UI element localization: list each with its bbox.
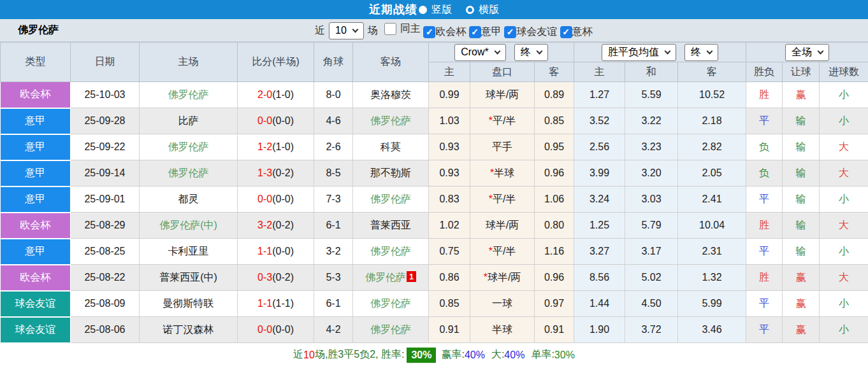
handicap-cell: 球半/两 [470, 82, 535, 108]
away-team: 佛罗伦萨 [370, 324, 411, 335]
handicap-result-cell: 输 [783, 239, 820, 265]
table-row: 意甲 25-08-25 卡利亚里 1-1(0-0) 3-2 佛罗伦萨 0.75 … [1, 239, 868, 265]
score-full: 0-0 [257, 324, 272, 335]
checkbox-icon[interactable]: ✓ [560, 26, 572, 38]
result-cell: 负 [746, 160, 783, 187]
score-half: (1-1) [272, 298, 294, 309]
chevron-down-icon [536, 48, 542, 55]
league-cell: 意甲 [1, 239, 71, 265]
odds-home-cell: 1.02 [429, 213, 470, 239]
layout-radio-horizontal[interactable]: 横版 [452, 3, 499, 17]
result-cell: 胜 [746, 265, 783, 291]
league-label: 欧会杯 [20, 88, 50, 99]
subheader-handicap-result: 让球 [783, 62, 820, 82]
league-label: 球会友谊 [15, 298, 55, 309]
corners-cell: 3-2 [314, 239, 353, 265]
subheader-europe-draw: 和 [625, 62, 678, 82]
europe-source-value: 胜平负均值 [608, 46, 659, 59]
away-cell: 那不勒斯 [353, 160, 429, 187]
odds-home-cell: 0.91 [429, 317, 470, 343]
away-cell: 佛罗伦萨1 [353, 265, 429, 291]
league-cell: 意甲 [1, 160, 71, 187]
handicap-text: 半球 [492, 324, 512, 335]
result-cell: 胜 [746, 82, 783, 108]
top-bar: 近期战绩 竖版 横版 [0, 0, 868, 19]
league-cell: 球会友谊 [1, 291, 71, 317]
league-cell: 欧会杯 [1, 265, 71, 291]
away-team: 科莫 [380, 141, 401, 152]
filters-group: 近 10 场 同主 ✓ 欧会杯 ✓ 意甲 ✓ 球会友谊 ✓ 意杯 [315, 19, 593, 42]
big-value: 40% [504, 349, 524, 361]
home-team: 都灵 [178, 194, 199, 204]
away-cell: 佛罗伦萨 [353, 317, 429, 343]
handicap-result-cell: 赢 [783, 317, 820, 343]
table-row: 意甲 25-09-01 都灵 0-0(0-0) 7-3 佛罗伦萨 0.83 *平… [1, 187, 868, 213]
europe-draw-cell: 5.02 [625, 265, 678, 291]
europe-source-select[interactable]: 胜平负均值 [602, 44, 676, 61]
panel-title: 近期战绩 [369, 2, 417, 17]
home-team: 佛罗伦萨 [168, 89, 209, 100]
table-row: 欧会杯 25-10-03 佛罗伦萨 2-0(1-0) 8-0 奥洛穆茨 0.99… [1, 82, 868, 108]
away-team: 普莱西亚 [370, 220, 411, 230]
corners-cell: 6-1 [314, 291, 353, 317]
europe-away-cell: 10.52 [678, 82, 746, 108]
filter-checkbox[interactable]: ✓ 欧会杯 [423, 25, 466, 39]
scope-select[interactable]: 全场 [785, 44, 829, 61]
home-team: 诺丁汉森林 [163, 324, 214, 335]
league-cell: 球会友谊 [1, 317, 71, 343]
away-team: 佛罗伦萨 [370, 246, 411, 257]
score-half: (1-0) [272, 89, 294, 100]
checkbox-label: 欧会杯 [435, 25, 466, 39]
checkbox-icon[interactable] [384, 23, 396, 35]
checkbox-icon[interactable]: ✓ [423, 26, 435, 38]
radio-selected-icon [419, 6, 427, 14]
europe-draw-cell: 3.23 [625, 134, 678, 160]
result-cell: 平 [746, 317, 783, 343]
filter-checkbox[interactable]: 同主 [384, 22, 421, 36]
europe-period-select[interactable]: 终 [684, 44, 718, 61]
layout-radio-vertical[interactable]: 竖版 [417, 3, 452, 17]
score-full: 1-1 [257, 298, 272, 309]
checkbox-label: 球会友谊 [516, 25, 557, 39]
home-cell: 比萨 [140, 108, 238, 134]
filter-checkbox[interactable]: ✓ 意甲 [469, 25, 502, 39]
home-team: 比萨 [178, 115, 199, 126]
result-cell: 平 [746, 291, 783, 317]
table-row: 欧会杯 25-08-29 佛罗伦萨(中) 3-2(0-2) 6-1 普莱西亚 1… [1, 213, 868, 239]
handicap-text: 球半/两 [486, 220, 519, 230]
europe-away-cell: 5.99 [678, 291, 746, 317]
chevron-down-icon [707, 48, 713, 55]
away-cell: 奥洛穆茨 [353, 82, 429, 108]
goals-cell: 小 [820, 239, 868, 265]
filter-checkboxes: 同主 ✓ 欧会杯 ✓ 意甲 ✓ 球会友谊 ✓ 意杯 [384, 22, 593, 39]
odds-away-cell: 0.80 [535, 213, 574, 239]
odds-home-cell: 0.93 [429, 160, 470, 187]
score-cell: 1-1(0-0) [238, 239, 314, 265]
league-label: 意甲 [25, 167, 45, 178]
table-row: 球会友谊 25-08-09 曼彻斯特联 1-1(1-1) 6-1 佛罗伦萨 0.… [1, 291, 868, 317]
odds-period-select[interactable]: 终 [514, 44, 548, 61]
team-name: 佛罗伦萨 [18, 24, 59, 37]
chevron-down-icon [665, 48, 671, 55]
europe-draw-cell: 3.20 [625, 160, 678, 187]
checkbox-icon[interactable]: ✓ [504, 26, 516, 38]
result-cell: 平 [746, 187, 783, 213]
europe-draw-cell: 3.22 [625, 108, 678, 134]
league-label: 意甲 [25, 246, 45, 257]
filter-checkbox[interactable]: ✓ 意杯 [560, 25, 593, 39]
recent-count-select[interactable]: 10 [329, 22, 364, 39]
handicap-result-cell: 输 [783, 187, 820, 213]
checkbox-icon[interactable]: ✓ [469, 26, 481, 38]
filter-checkbox[interactable]: ✓ 球会友谊 [504, 25, 557, 39]
europe-period-value: 终 [691, 46, 701, 59]
date-cell: 25-10-03 [71, 82, 140, 108]
odds-source-select[interactable]: Crow* [454, 44, 506, 61]
handicap-cell: *球半/两 [470, 265, 535, 291]
score-full: 1-3 [257, 167, 272, 178]
odds-home-cell: 0.99 [429, 82, 470, 108]
odds-away-cell: 0.96 [535, 265, 574, 291]
result-cell: 平 [746, 108, 783, 134]
date-cell: 25-08-25 [71, 239, 140, 265]
subheader-odds-home: 主 [429, 62, 470, 82]
handicap-text: 一球 [492, 298, 512, 309]
